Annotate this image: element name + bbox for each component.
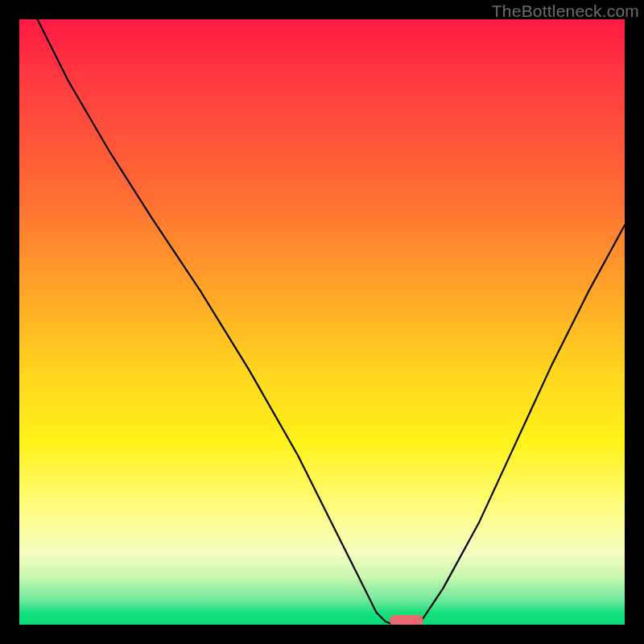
curve-svg bbox=[19, 19, 625, 625]
valley-marker-pill bbox=[390, 615, 423, 625]
plot-area bbox=[19, 19, 625, 625]
chart-container: TheBottleneck.com bbox=[0, 0, 644, 644]
watermark-text: TheBottleneck.com bbox=[492, 2, 639, 21]
bottleneck-curve bbox=[38, 19, 625, 625]
